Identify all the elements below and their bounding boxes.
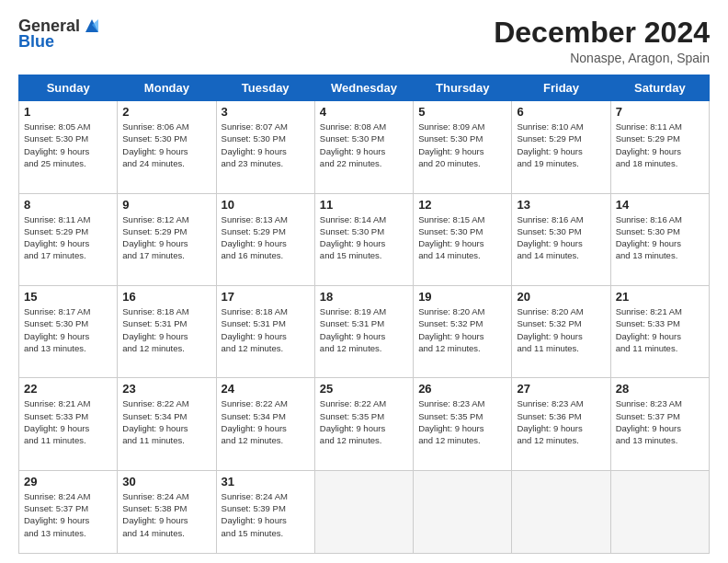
day-number: 1	[24, 105, 112, 119]
col-monday: Monday	[118, 75, 216, 101]
table-row: 20Sunrise: 8:20 AM Sunset: 5:32 PM Dayli…	[512, 285, 610, 377]
day-number: 7	[616, 105, 704, 119]
page: General Blue December 2024 Nonaspe, Arag…	[0, 0, 728, 563]
table-row: 10Sunrise: 8:13 AM Sunset: 5:29 PM Dayli…	[216, 193, 314, 285]
location: Nonaspe, Aragon, Spain	[494, 51, 710, 65]
col-wednesday: Wednesday	[314, 75, 413, 101]
table-row: 14Sunrise: 8:16 AM Sunset: 5:30 PM Dayli…	[610, 193, 709, 285]
day-info: Sunrise: 8:23 AM Sunset: 5:37 PM Dayligh…	[616, 397, 704, 446]
day-number: 18	[320, 290, 408, 304]
table-row	[414, 470, 512, 553]
table-row: 22Sunrise: 8:21 AM Sunset: 5:33 PM Dayli…	[19, 378, 118, 470]
table-row: 19Sunrise: 8:20 AM Sunset: 5:32 PM Dayli…	[414, 285, 512, 377]
table-row: 29Sunrise: 8:24 AM Sunset: 5:37 PM Dayli…	[19, 470, 118, 553]
table-row: 25Sunrise: 8:22 AM Sunset: 5:35 PM Dayli…	[314, 378, 413, 470]
day-number: 24	[222, 382, 310, 396]
day-info: Sunrise: 8:19 AM Sunset: 5:31 PM Dayligh…	[320, 305, 408, 354]
table-row	[610, 470, 709, 553]
day-info: Sunrise: 8:15 AM Sunset: 5:30 PM Dayligh…	[418, 213, 506, 262]
day-info: Sunrise: 8:11 AM Sunset: 5:29 PM Dayligh…	[24, 213, 112, 262]
day-info: Sunrise: 8:22 AM Sunset: 5:34 PM Dayligh…	[222, 397, 310, 446]
day-number: 4	[320, 105, 408, 119]
day-info: Sunrise: 8:14 AM Sunset: 5:30 PM Dayligh…	[320, 213, 408, 262]
table-row: 3Sunrise: 8:07 AM Sunset: 5:30 PM Daylig…	[216, 101, 314, 193]
table-row	[512, 470, 610, 553]
day-number: 12	[418, 198, 506, 212]
day-info: Sunrise: 8:16 AM Sunset: 5:30 PM Dayligh…	[517, 213, 605, 262]
table-row: 18Sunrise: 8:19 AM Sunset: 5:31 PM Dayli…	[314, 285, 413, 377]
day-number: 10	[222, 198, 310, 212]
day-info: Sunrise: 8:24 AM Sunset: 5:38 PM Dayligh…	[122, 490, 210, 539]
day-number: 9	[122, 198, 210, 212]
day-info: Sunrise: 8:12 AM Sunset: 5:29 PM Dayligh…	[122, 213, 210, 262]
day-info: Sunrise: 8:11 AM Sunset: 5:29 PM Dayligh…	[616, 121, 704, 169]
calendar-week-3: 15Sunrise: 8:17 AM Sunset: 5:30 PM Dayli…	[19, 285, 710, 377]
calendar-week-4: 22Sunrise: 8:21 AM Sunset: 5:33 PM Dayli…	[19, 378, 710, 470]
day-number: 17	[222, 290, 310, 304]
day-number: 29	[24, 475, 112, 488]
day-info: Sunrise: 8:21 AM Sunset: 5:33 PM Dayligh…	[616, 305, 704, 354]
day-number: 21	[616, 290, 704, 304]
table-row	[314, 470, 413, 553]
day-number: 20	[517, 290, 605, 304]
table-row: 2Sunrise: 8:06 AM Sunset: 5:30 PM Daylig…	[118, 101, 216, 193]
day-number: 28	[616, 382, 704, 396]
col-friday: Friday	[512, 75, 610, 101]
table-row: 21Sunrise: 8:21 AM Sunset: 5:33 PM Dayli…	[610, 285, 709, 377]
table-row: 24Sunrise: 8:22 AM Sunset: 5:34 PM Dayli…	[216, 378, 314, 470]
day-number: 26	[418, 382, 506, 396]
day-info: Sunrise: 8:16 AM Sunset: 5:30 PM Dayligh…	[616, 213, 704, 262]
day-info: Sunrise: 8:10 AM Sunset: 5:29 PM Dayligh…	[517, 121, 605, 169]
title-section: December 2024 Nonaspe, Aragon, Spain	[494, 17, 710, 65]
calendar-header-row: Sunday Monday Tuesday Wednesday Thursday…	[19, 75, 710, 101]
table-row: 27Sunrise: 8:23 AM Sunset: 5:36 PM Dayli…	[512, 378, 610, 470]
day-number: 25	[320, 382, 408, 396]
day-info: Sunrise: 8:23 AM Sunset: 5:36 PM Dayligh…	[517, 397, 605, 446]
day-number: 13	[517, 198, 605, 212]
day-number: 19	[418, 290, 506, 304]
day-number: 2	[122, 105, 210, 119]
day-info: Sunrise: 8:20 AM Sunset: 5:32 PM Dayligh…	[418, 305, 506, 354]
table-row: 5Sunrise: 8:09 AM Sunset: 5:30 PM Daylig…	[414, 101, 512, 193]
table-row: 15Sunrise: 8:17 AM Sunset: 5:30 PM Dayli…	[19, 285, 118, 377]
table-row: 30Sunrise: 8:24 AM Sunset: 5:38 PM Dayli…	[118, 470, 216, 553]
table-row: 26Sunrise: 8:23 AM Sunset: 5:35 PM Dayli…	[414, 378, 512, 470]
day-number: 30	[122, 475, 210, 488]
table-row: 31Sunrise: 8:24 AM Sunset: 5:39 PM Dayli…	[216, 470, 314, 553]
col-tuesday: Tuesday	[216, 75, 314, 101]
table-row: 12Sunrise: 8:15 AM Sunset: 5:30 PM Dayli…	[414, 193, 512, 285]
day-info: Sunrise: 8:08 AM Sunset: 5:30 PM Dayligh…	[320, 121, 408, 169]
day-info: Sunrise: 8:23 AM Sunset: 5:35 PM Dayligh…	[418, 397, 506, 446]
day-info: Sunrise: 8:09 AM Sunset: 5:30 PM Dayligh…	[418, 121, 506, 169]
col-saturday: Saturday	[610, 75, 709, 101]
col-sunday: Sunday	[19, 75, 118, 101]
table-row: 8Sunrise: 8:11 AM Sunset: 5:29 PM Daylig…	[19, 193, 118, 285]
day-info: Sunrise: 8:07 AM Sunset: 5:30 PM Dayligh…	[222, 121, 310, 169]
day-info: Sunrise: 8:21 AM Sunset: 5:33 PM Dayligh…	[24, 397, 112, 446]
day-number: 27	[517, 382, 605, 396]
table-row: 16Sunrise: 8:18 AM Sunset: 5:31 PM Dayli…	[118, 285, 216, 377]
day-number: 11	[320, 198, 408, 212]
table-row: 23Sunrise: 8:22 AM Sunset: 5:34 PM Dayli…	[118, 378, 216, 470]
calendar-week-2: 8Sunrise: 8:11 AM Sunset: 5:29 PM Daylig…	[19, 193, 710, 285]
table-row: 28Sunrise: 8:23 AM Sunset: 5:37 PM Dayli…	[610, 378, 709, 470]
day-number: 31	[222, 475, 310, 488]
day-info: Sunrise: 8:06 AM Sunset: 5:30 PM Dayligh…	[122, 121, 210, 169]
calendar-table: Sunday Monday Tuesday Wednesday Thursday…	[18, 75, 710, 554]
day-info: Sunrise: 8:13 AM Sunset: 5:29 PM Dayligh…	[222, 213, 310, 262]
table-row: 9Sunrise: 8:12 AM Sunset: 5:29 PM Daylig…	[118, 193, 216, 285]
table-row: 11Sunrise: 8:14 AM Sunset: 5:30 PM Dayli…	[314, 193, 413, 285]
day-info: Sunrise: 8:22 AM Sunset: 5:35 PM Dayligh…	[320, 397, 408, 446]
day-info: Sunrise: 8:22 AM Sunset: 5:34 PM Dayligh…	[122, 397, 210, 446]
table-row: 6Sunrise: 8:10 AM Sunset: 5:29 PM Daylig…	[512, 101, 610, 193]
logo-icon	[82, 16, 102, 36]
day-info: Sunrise: 8:05 AM Sunset: 5:30 PM Dayligh…	[24, 121, 112, 169]
day-info: Sunrise: 8:24 AM Sunset: 5:37 PM Dayligh…	[24, 490, 112, 539]
table-row: 13Sunrise: 8:16 AM Sunset: 5:30 PM Dayli…	[512, 193, 610, 285]
logo: General Blue	[18, 17, 102, 52]
logo-blue: Blue	[18, 32, 54, 52]
day-number: 14	[616, 198, 704, 212]
day-info: Sunrise: 8:17 AM Sunset: 5:30 PM Dayligh…	[24, 305, 112, 354]
table-row: 7Sunrise: 8:11 AM Sunset: 5:29 PM Daylig…	[610, 101, 709, 193]
day-info: Sunrise: 8:18 AM Sunset: 5:31 PM Dayligh…	[122, 305, 210, 354]
